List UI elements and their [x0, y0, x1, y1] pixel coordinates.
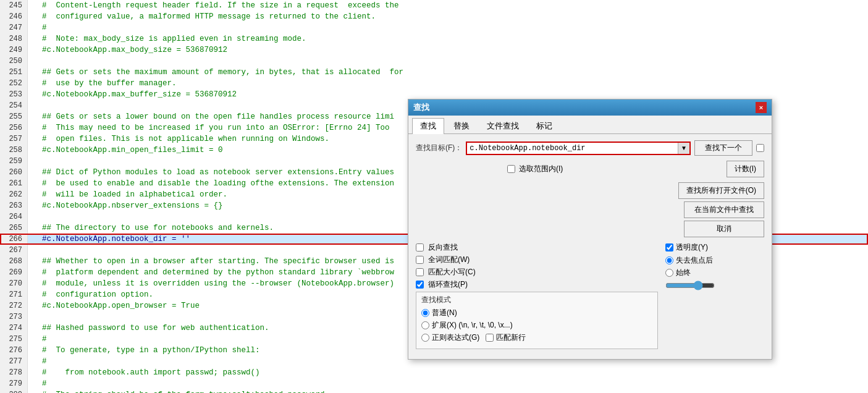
dialog-tabs: 查找 替换 文件查找 标记: [408, 116, 772, 134]
radio-always-label: 始终: [676, 268, 691, 278]
code-line: 250: [0, 56, 868, 67]
find-next-button[interactable]: 查找下一个: [694, 140, 752, 156]
line-number: 246: [0, 11, 28, 22]
line-content: # will be loaded in alphabetical order.: [28, 189, 227, 200]
line-content: # Note: max_body_size is applied even in…: [28, 33, 306, 44]
line-content: ## Dict of Python modules to load as not…: [28, 167, 394, 178]
line-content: [28, 156, 33, 167]
whole-word-row: 全词匹配(W): [416, 255, 658, 265]
tab-file-find[interactable]: 文件查找: [479, 118, 527, 133]
loop-search-label: 循环查找(P): [428, 279, 468, 290]
match-case-row: 匹配大小写(C): [416, 267, 658, 277]
line-content: # To generate, type in a python/IPython …: [28, 345, 260, 356]
radio-normal-row: 普通(N): [421, 308, 652, 318]
match-case-checkbox[interactable]: [416, 268, 424, 276]
options-row: 选取范围内(I) 计数(I): [416, 161, 764, 177]
radio-regex[interactable]: [421, 334, 429, 342]
cancel-button[interactable]: 取消: [684, 221, 764, 237]
line-content: [28, 56, 33, 67]
line-number: 278: [0, 367, 28, 378]
line-content: # be used to enable and disable the load…: [28, 178, 394, 189]
line-number: 262: [0, 189, 28, 200]
line-content: # platform dependent and determined by t…: [28, 267, 394, 278]
radio-lose-focus-label: 失去焦点后: [676, 255, 713, 266]
line-content: # Content-Length request header field. I…: [28, 0, 399, 11]
reverse-search-row: 反向查找: [416, 242, 658, 253]
line-content: # This may need to be increased if you r…: [28, 122, 390, 133]
transparency-slider[interactable]: [665, 281, 715, 290]
line-content: # configuration option.: [28, 289, 153, 300]
radio-normal-label: 普通(N): [432, 308, 457, 318]
line-content: ## Gets or sets the maximum amount of me…: [28, 67, 403, 78]
line-number: 267: [0, 245, 28, 256]
transparency-checkbox[interactable]: [665, 243, 673, 251]
range-label: 选取范围内(I): [519, 164, 563, 174]
find-next-checkbox[interactable]: [756, 144, 764, 152]
line-content: ## Whether to open in a browser after st…: [28, 256, 394, 267]
line-number: 274: [0, 323, 28, 334]
line-number: 251: [0, 67, 28, 78]
range-checkbox[interactable]: [507, 165, 515, 173]
line-number: 273: [0, 311, 28, 323]
search-input-wrapper: ▼: [466, 142, 691, 155]
dialog-titlebar: 查找 ×: [408, 99, 772, 116]
transparency-row: 透明度(Y): [665, 242, 764, 253]
whole-word-label: 全词匹配(W): [428, 255, 470, 265]
line-number: 264: [0, 211, 28, 222]
whole-word-checkbox[interactable]: [416, 256, 424, 264]
radio-extended[interactable]: [421, 321, 429, 329]
radio-regex-label: 正则表达式(G): [432, 332, 479, 343]
line-content: [28, 211, 33, 222]
line-number: 265: [0, 222, 28, 234]
reverse-search-label: 反向查找: [428, 242, 458, 253]
loop-search-checkbox[interactable]: [416, 281, 424, 289]
find-dialog: 查找 × 查找 替换 文件查找 标记 查找目标(F)： ▼ 查找下一个 选取范围…: [408, 99, 772, 360]
search-dropdown-button[interactable]: ▼: [678, 143, 689, 154]
radio-normal[interactable]: [421, 309, 429, 317]
line-content: #: [28, 334, 47, 345]
line-number: 280: [0, 389, 28, 393]
line-content: # The string should be of the form type:…: [28, 389, 329, 393]
line-content: # use by the buffer manager.: [28, 78, 177, 89]
line-content: [28, 100, 33, 111]
code-line: 279 #: [0, 378, 868, 389]
code-line: 248 # Note: max_body_size is applied eve…: [0, 33, 868, 44]
tab-replace[interactable]: 替换: [445, 118, 478, 133]
find-current-button[interactable]: 在当前文件中查找: [684, 201, 764, 218]
match-newline-checkbox[interactable]: [486, 334, 494, 342]
radio-extended-label: 扩展(X) (\n, \r, \t, \0, \x...): [432, 320, 513, 331]
find-all-open-button[interactable]: 查找所有打开文件(O): [678, 182, 764, 199]
line-number: 279: [0, 378, 28, 389]
tab-mark[interactable]: 标记: [528, 118, 560, 133]
line-content: ## Hashed password to use for web authen…: [28, 323, 269, 334]
count-button[interactable]: 计数(I): [727, 161, 764, 177]
tab-find[interactable]: 查找: [412, 118, 444, 134]
line-number: 247: [0, 22, 28, 33]
line-number: 253: [0, 89, 28, 100]
search-input[interactable]: [467, 143, 678, 154]
transparency-section: 透明度(Y) 失去焦点后 始终: [665, 242, 764, 290]
line-content: #c.NotebookApp.notebook_dir = '': [28, 234, 190, 245]
line-content: [28, 245, 33, 256]
radio-extended-row: 扩展(X) (\n, \r, \t, \0, \x...): [421, 320, 652, 331]
radio-always[interactable]: [665, 269, 673, 277]
left-options: 反向查找 全词匹配(W) 匹配大小写(C) 循环查找(P) 查找模式: [416, 242, 658, 353]
radio-lose-focus[interactable]: [665, 256, 673, 264]
line-number: 263: [0, 200, 28, 211]
line-content: #c.NotebookApp.max_body_size = 536870912: [28, 44, 227, 56]
line-number: 255: [0, 111, 28, 122]
dialog-close-button[interactable]: ×: [756, 102, 767, 113]
code-line: 252 # use by the buffer manager.: [0, 78, 868, 89]
line-number: 256: [0, 122, 28, 133]
line-number: 260: [0, 167, 28, 178]
reverse-search-checkbox[interactable]: [416, 243, 424, 251]
code-line: 247 #: [0, 22, 868, 33]
line-number: 249: [0, 44, 28, 56]
find-all-row: 查找所有打开文件(O): [416, 182, 764, 199]
line-number: 254: [0, 100, 28, 111]
line-content: # from notebook.auth import passwd; pass…: [28, 367, 260, 378]
match-case-label: 匹配大小写(C): [428, 267, 476, 277]
search-label: 查找目标(F)：: [416, 143, 462, 153]
line-number: 275: [0, 334, 28, 345]
line-content: #c.NotebookApp.max_buffer_size = 5368709…: [28, 89, 237, 100]
